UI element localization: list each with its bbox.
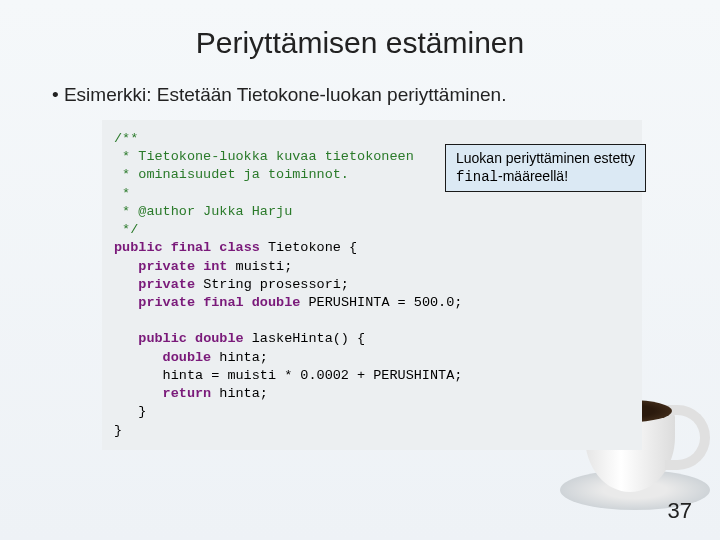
- page-number: 37: [668, 498, 692, 524]
- slide-title: Periyttämisen estäminen: [48, 26, 672, 60]
- callout-note: Luokan periyttäminen estetty final-määre…: [445, 144, 646, 192]
- callout-line1: Luokan periyttäminen estetty: [456, 150, 635, 166]
- code-block-wrapper: Luokan periyttäminen estetty final-määre…: [102, 120, 642, 450]
- bullet-example: Esimerkki: Estetään Tietokone-luokan per…: [48, 84, 672, 106]
- callout-line2: -määreellä!: [498, 168, 568, 184]
- callout-code: final: [456, 169, 498, 185]
- slide: Periyttämisen estäminen Esimerkki: Estet…: [0, 0, 720, 540]
